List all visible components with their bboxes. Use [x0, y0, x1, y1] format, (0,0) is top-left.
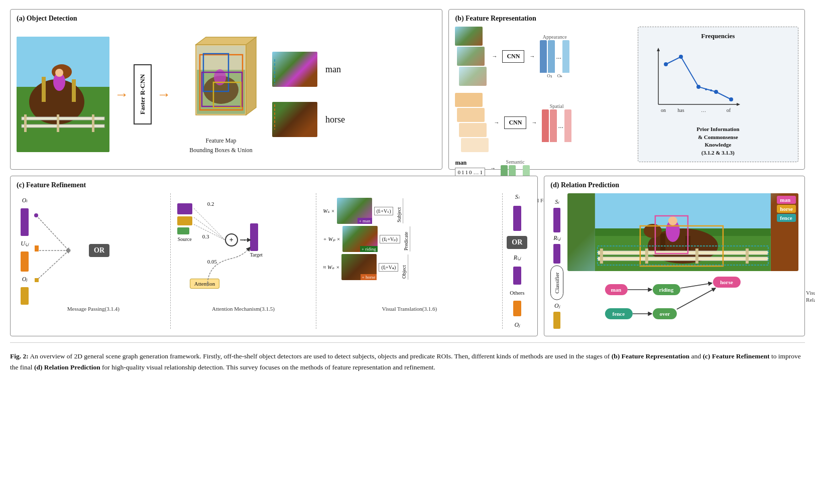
- panel-b-title: (b) Feature Representation: [455, 15, 798, 23]
- svg-rect-12: [92, 114, 94, 132]
- main-container: (a) Object Detection: [0, 0, 815, 382]
- rij-label-c: Rᵢ,ⱼ: [514, 254, 521, 262]
- svg-rect-64: [695, 248, 698, 264]
- caption-text1: An overview of 2D general scene graph ge…: [30, 352, 611, 360]
- panel-b: (b) Feature Representation → CNN →: [448, 9, 805, 170]
- wo-label: ≈ Wₒ ×: [323, 264, 339, 271]
- caption-bold2: (c) Feature Refinement: [703, 352, 769, 360]
- fij-vp-block: (fᵢⱼ+Vₚ): [380, 235, 400, 243]
- rij-label-d: Rᵢ,ⱼ: [553, 234, 560, 242]
- svg-text:horse: horse: [720, 279, 733, 285]
- caption-area: Fig. 2: An overview of 2D general scene …: [10, 342, 805, 372]
- panel-a-title: (a) Object Detection: [17, 15, 436, 23]
- classifier-box: Classifier: [550, 266, 563, 300]
- oj-label-c: Oⱼ: [22, 276, 28, 283]
- rcnn-label: Faster R-CNN: [139, 74, 147, 114]
- fence-node-label: fence: [777, 214, 796, 222]
- or-output-section: Sᵢ OR Rᵢ,ⱼ Others Oⱼ: [503, 193, 531, 329]
- fij-vp-label: (fᵢⱼ+Vₚ): [380, 235, 400, 243]
- svg-point-34: [729, 97, 733, 101]
- svg-rect-3: [42, 77, 46, 102]
- caption-bold3: (d) Relation Prediction: [34, 363, 100, 371]
- stacked-appearance-images: [455, 27, 487, 86]
- mp-left-bars: Oᵢ Uᵢ,ⱼ Oⱼ: [21, 197, 29, 305]
- si-label-d: Sᵢ: [555, 198, 559, 206]
- svg-marker-29: [737, 103, 740, 106]
- wo-row: ≈ Wₒ × + horse (fⱼ+Vₒ) Object: [323, 254, 496, 280]
- feature-map-caption1: Feature Map: [206, 137, 237, 145]
- detected-man-label: man: [325, 64, 341, 75]
- detected-man: man: [272, 52, 345, 87]
- svg-rect-55: [660, 233, 665, 254]
- horse-node-label: horse: [777, 205, 796, 213]
- top-row: (a) Object Detection: [10, 9, 805, 170]
- svg-point-30: [664, 62, 668, 66]
- others-label: Others: [510, 290, 524, 296]
- figure-caption: Fig. 2: An overview of 2D general scene …: [10, 351, 805, 372]
- panel-b-content: → CNN → Appearance ...: [455, 27, 798, 162]
- spatial-patches: [455, 93, 489, 152]
- feature-map-container: Feature Map Bounding Boxes & Union: [176, 35, 266, 154]
- fig-label: Fig. 2:: [10, 352, 29, 360]
- panel-d: (d) Relation Prediction Sᵢ Rᵢ,ⱼ Classifi…: [544, 176, 805, 336]
- relation-graph: man riding horse fence o: [567, 274, 798, 324]
- ws-row: Wₛ × + man (fᵢ+Vₛ) Subject: [323, 198, 496, 224]
- subject-label: Subject: [395, 198, 403, 223]
- spatial-row: → CNN → Spatial ...: [455, 93, 631, 152]
- cnn-spatial: CNN: [504, 116, 526, 129]
- panel-a: (a) Object Detection: [10, 9, 442, 170]
- svg-point-7: [55, 69, 63, 77]
- panel-d-title: (d) Relation Prediction: [550, 181, 798, 189]
- detected-horse-label: horse: [325, 114, 345, 125]
- svg-rect-61: [598, 257, 768, 261]
- oi-label: Oᵢ: [22, 197, 28, 204]
- svg-text:…: …: [701, 107, 706, 113]
- svg-rect-11: [57, 114, 59, 132]
- or-box-vt: OR: [507, 236, 527, 249]
- riding-tag: + riding: [360, 246, 378, 252]
- ws-label: Wₛ ×: [323, 208, 334, 214]
- fj-vo-block: (fⱼ+Vₒ): [379, 263, 398, 272]
- mp-caption: Message Passing(3.1.4): [21, 306, 166, 312]
- caption-text2: and: [691, 352, 703, 360]
- semantic-label: Semantic: [506, 159, 525, 165]
- svg-rect-45: [35, 245, 39, 251]
- rcnn-box: Faster R-CNN: [134, 64, 152, 124]
- svg-point-31: [679, 55, 683, 59]
- svg-rect-4: [72, 79, 76, 102]
- object-label-vt: Object: [400, 255, 408, 280]
- panel-a-content: → Faster R-CNN →: [17, 27, 436, 162]
- panel-d-content: Sᵢ Rᵢ,ⱼ Classifier Oⱼ: [550, 193, 798, 329]
- uij-label: Uᵢ,ⱼ: [21, 240, 29, 247]
- svg-rect-63: [645, 248, 648, 264]
- caption-text4: for high-quality visual relationship det…: [102, 363, 435, 371]
- predicate-label: Predicate: [402, 226, 410, 251]
- subject-image: + man: [337, 198, 372, 224]
- svg-text:over: over: [660, 311, 670, 317]
- frequency-chart: on has … of: [643, 44, 793, 125]
- spatial-feature-cols: Spatial ...: [542, 103, 571, 142]
- svg-text:of: of: [726, 107, 731, 113]
- svg-line-47: [194, 208, 225, 240]
- on-label: Oₙ: [557, 73, 563, 78]
- spatial-label: Spatial: [550, 103, 564, 109]
- fj-vo-label: (fⱼ+Vₒ): [379, 263, 398, 272]
- svg-line-48: [194, 217, 225, 240]
- scene-graph-column: man horse fence Subject /Objects man: [567, 193, 798, 329]
- object-labels: man horse fence: [777, 196, 796, 222]
- feature-map-3d: [176, 35, 266, 135]
- vt-caption: Visual Translation(3.1.6): [320, 306, 498, 312]
- mp-connections: [34, 200, 84, 301]
- man-label: man: [455, 159, 485, 167]
- input-horse-image: [17, 37, 109, 152]
- dashed-connection-area: man horse: [272, 44, 345, 145]
- svg-point-44: [34, 213, 38, 217]
- svg-point-36: [710, 89, 712, 91]
- man-node-label: man: [777, 196, 796, 204]
- semantic-input: man 0110…1: [455, 159, 485, 177]
- svg-text:has: has: [677, 107, 684, 113]
- svg-line-43: [36, 250, 69, 281]
- svg-text:man: man: [611, 287, 622, 293]
- si-label-c: Sᵢ: [515, 193, 519, 201]
- svg-text:fence: fence: [613, 311, 625, 317]
